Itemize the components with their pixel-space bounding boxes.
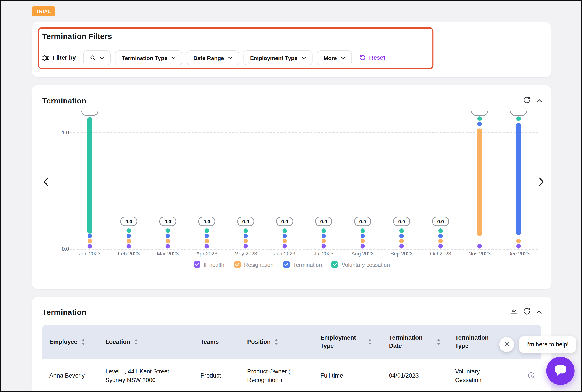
legend-item-resignation[interactable]: Resignation	[234, 261, 273, 268]
filter-dropdown-search[interactable]	[83, 50, 111, 65]
checkbox-checked-icon[interactable]	[234, 261, 241, 268]
table-collapse-button[interactable]	[536, 309, 542, 315]
series-dot-termination	[205, 234, 209, 238]
series-dot-termination	[88, 234, 92, 238]
column-header-location[interactable]: Location	[105, 325, 200, 359]
table-title: Termination	[42, 308, 86, 317]
column-header-employment-type[interactable]: Employment Type	[320, 325, 389, 359]
legend-label: Termination	[293, 261, 322, 268]
x-axis-label: Jan 2023	[71, 251, 109, 256]
series-dot-ill-health	[282, 244, 287, 248]
chart-collapse-button[interactable]	[536, 98, 542, 104]
series-dot-ill-health	[438, 244, 443, 248]
filter-row: Filter by Termination TypeDate RangeEmpl…	[42, 50, 385, 65]
value-label-clipped	[510, 111, 527, 116]
table-refresh-button[interactable]	[523, 308, 530, 316]
series-dot-voluntary-cessation	[205, 228, 209, 233]
filter-dropdown-termination-type[interactable]: Termination Type	[115, 50, 182, 65]
series-bar-voluntary-cessation	[87, 117, 92, 234]
checkbox-checked-icon[interactable]	[194, 261, 200, 268]
filter-dropdown-date-range[interactable]: Date Range	[187, 50, 239, 65]
chart-column-dec-2023: Dec 2023	[499, 111, 538, 260]
sort-icon[interactable]	[436, 339, 441, 345]
series-dot-resignation	[400, 239, 404, 244]
chart-refresh-button[interactable]	[523, 96, 530, 105]
column-header-label: Termination Type	[455, 334, 499, 350]
chevron-down-icon	[100, 56, 104, 59]
checkbox-checked-icon[interactable]	[283, 261, 290, 268]
chart-column-oct-2023: 0.0Oct 2023	[421, 111, 460, 260]
series-dot-resignation	[166, 239, 170, 244]
value-label: 0.0	[393, 216, 410, 226]
reset-icon	[359, 54, 366, 61]
sort-icon[interactable]	[134, 339, 138, 345]
legend-item-ill-health[interactable]: Ill health	[194, 261, 224, 268]
sort-icon[interactable]	[274, 339, 278, 345]
value-label-clipped	[81, 111, 98, 116]
series-dot-termination	[477, 122, 482, 126]
series-dot-ill-health	[88, 244, 92, 248]
x-axis-label: Nov 2023	[460, 251, 499, 256]
legend-label: Voluntary cessation	[342, 261, 390, 268]
series-dot-voluntary-cessation	[438, 228, 443, 233]
series-bar-resignation	[477, 128, 482, 236]
series-dot-voluntary-cessation	[282, 228, 287, 233]
filter-dropdown-more[interactable]: More	[317, 50, 352, 65]
cell-termination-date: 04/01/2023	[389, 359, 455, 392]
series-dot-voluntary-cessation	[322, 228, 326, 233]
series-dot-resignation	[361, 239, 365, 244]
cell-text: 04/01/2023	[389, 372, 419, 380]
cell-position: Product Owner ( Recognition )	[247, 359, 321, 392]
info-button[interactable]	[528, 372, 534, 380]
app-root: TRIAL Termination Filters Filter by Term…	[0, 0, 582, 392]
cell-employee: Anna Beverly	[42, 359, 105, 392]
column-header-label: Termination Date	[389, 334, 433, 350]
filter-dropdowns: Termination TypeDate RangeEmployment Typ…	[83, 50, 352, 65]
column-header-label: Location	[105, 338, 130, 346]
chart-column-apr-2023: 0.0Apr 2023	[187, 111, 226, 260]
chat-dismiss-button[interactable]	[499, 337, 514, 352]
column-header-teams[interactable]: Teams	[200, 325, 247, 359]
chat-button[interactable]	[546, 357, 574, 385]
cell-text: Level 1, 441 Kent Street, Sydney NSW 200…	[105, 367, 182, 384]
chart-column-jun-2023: 0.0Jun 2023	[265, 111, 304, 260]
chart-column-sep-2023: 0.0Sep 2023	[382, 111, 421, 260]
filter-dropdown-label: More	[324, 55, 337, 61]
filter-dropdown-employment-type[interactable]: Employment Type	[243, 50, 313, 65]
series-dot-resignation	[322, 239, 326, 244]
column-header-label: Employment Type	[320, 334, 364, 350]
column-header-employee[interactable]: Employee	[42, 325, 105, 359]
chart-legend: Ill healthResignationTerminationVoluntar…	[32, 261, 551, 268]
chevron-down-icon	[171, 56, 176, 59]
chat-tooltip-text: I'm here to help!	[526, 341, 569, 348]
legend-item-voluntary-cessation[interactable]: Voluntary cessation	[332, 261, 390, 268]
chevron-down-icon	[341, 56, 345, 59]
cell-location: Level 1, 441 Kent Street, Sydney NSW 200…	[105, 359, 200, 392]
sliders-icon	[42, 55, 49, 61]
column-header-termination-date[interactable]: Termination Date	[389, 325, 455, 359]
series-dot-resignation	[438, 239, 443, 244]
cell-text: Product	[200, 372, 221, 380]
chart-column-mar-2023: 0.0Mar 2023	[149, 111, 187, 260]
series-dot-voluntary-cessation	[516, 116, 521, 121]
chat-tooltip: I'm here to help!	[519, 336, 576, 353]
search-icon	[90, 55, 96, 61]
cell-text: Product Owner ( Recognition )	[247, 367, 314, 384]
column-header-position[interactable]: Position	[247, 325, 321, 359]
value-label: 0.0	[354, 216, 371, 226]
sort-icon[interactable]	[81, 339, 85, 345]
chart-column-may-2023: 0.0May 2023	[226, 111, 265, 260]
series-dot-termination	[400, 234, 404, 238]
table-download-button[interactable]	[510, 308, 517, 316]
table-header-row: EmployeeLocationTeamsPositionEmployment …	[42, 325, 541, 359]
chart-column-nov-2023: Nov 2023	[460, 111, 499, 260]
series-dot-termination	[322, 234, 326, 238]
chevron-down-icon	[302, 56, 306, 59]
series-dot-ill-health	[166, 244, 170, 248]
series-dot-termination	[361, 234, 365, 238]
x-axis-label: Mar 2023	[149, 251, 187, 256]
reset-button[interactable]: Reset	[359, 54, 385, 61]
sort-icon[interactable]	[368, 339, 372, 345]
checkbox-checked-icon[interactable]	[332, 261, 338, 268]
legend-item-termination[interactable]: Termination	[283, 261, 322, 268]
